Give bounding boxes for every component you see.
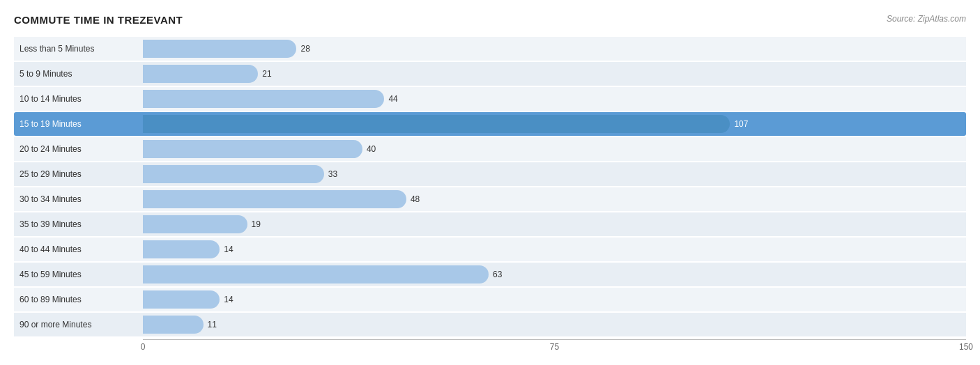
bar	[143, 140, 362, 158]
bar-value: 11	[208, 320, 217, 329]
axis-line	[143, 339, 966, 340]
bar	[143, 240, 220, 258]
bar-label: 90 or more Minutes	[14, 320, 143, 329]
bar	[143, 65, 258, 83]
bar-label: Less than 5 Minutes	[14, 44, 143, 54]
bar	[143, 165, 324, 183]
bar	[143, 115, 730, 133]
bar-row: Less than 5 Minutes28	[14, 37, 966, 61]
bar-label: 25 to 29 Minutes	[14, 169, 143, 179]
bar-container: 11	[143, 313, 966, 336]
bar-label: 5 to 9 Minutes	[14, 69, 143, 79]
bar-container: 19	[143, 212, 966, 236]
bar-value: 14	[224, 244, 233, 254]
bar-row: 30 to 34 Minutes48	[14, 187, 966, 211]
bar-label: 45 to 59 Minutes	[14, 270, 143, 279]
bar-row: 5 to 9 Minutes21	[14, 62, 966, 86]
bar-container: 107	[143, 112, 966, 136]
bar-row: 90 or more Minutes11	[14, 313, 966, 336]
bar-row: 20 to 24 Minutes40	[14, 137, 966, 161]
bar-row: 15 to 19 Minutes107	[14, 112, 966, 136]
bar-container: 28	[143, 37, 966, 61]
bar-row: 45 to 59 Minutes63	[14, 263, 966, 286]
bar-container: 21	[143, 62, 966, 86]
bar	[143, 290, 220, 309]
bar-container: 14	[143, 288, 966, 311]
bar-value: 14	[224, 295, 233, 304]
bar-value: 48	[411, 194, 420, 204]
bar-value: 40	[367, 144, 376, 154]
bar-label: 35 to 39 Minutes	[14, 219, 143, 229]
bar-label: 40 to 44 Minutes	[14, 244, 143, 254]
bar-container: 63	[143, 263, 966, 286]
bar-label: 30 to 34 Minutes	[14, 194, 143, 204]
bar-container: 33	[143, 162, 966, 186]
bar-row: 35 to 39 Minutes19	[14, 212, 966, 236]
axis-label: 0	[141, 342, 146, 352]
axis-label: 75	[550, 342, 559, 352]
bar-row: 10 to 14 Minutes44	[14, 87, 966, 111]
bar-value: 107	[734, 119, 748, 129]
bar-value: 21	[262, 69, 271, 79]
bar	[143, 215, 247, 233]
bar-row: 60 to 89 Minutes14	[14, 288, 966, 311]
bar-row: 25 to 29 Minutes33	[14, 162, 966, 186]
bar-row: 40 to 44 Minutes14	[14, 238, 966, 261]
bar-container: 44	[143, 87, 966, 111]
bar-container: 14	[143, 238, 966, 261]
bar	[143, 40, 296, 58]
chart-title: COMMUTE TIME IN TREZEVANT	[14, 14, 183, 26]
bar	[143, 265, 489, 284]
axis-label: 150	[959, 342, 973, 352]
bar-value: 19	[252, 219, 261, 229]
bar	[143, 90, 384, 108]
bar-label: 15 to 19 Minutes	[14, 119, 143, 129]
bar	[143, 316, 204, 334]
bar	[143, 190, 406, 208]
bar-label: 60 to 89 Minutes	[14, 295, 143, 304]
bar-label: 20 to 24 Minutes	[14, 144, 143, 154]
source-text: Source: ZipAtlas.com	[887, 14, 966, 24]
chart-area: Less than 5 Minutes285 to 9 Minutes2110 …	[14, 37, 966, 336]
bar-value: 44	[388, 94, 397, 104]
bar-value: 33	[328, 169, 337, 179]
bar-label: 10 to 14 Minutes	[14, 94, 143, 104]
bar-value: 63	[493, 270, 502, 279]
bar-container: 40	[143, 137, 966, 161]
bar-container: 48	[143, 187, 966, 211]
bar-value: 28	[300, 44, 309, 54]
axis-wrapper: 075150	[14, 339, 966, 360]
